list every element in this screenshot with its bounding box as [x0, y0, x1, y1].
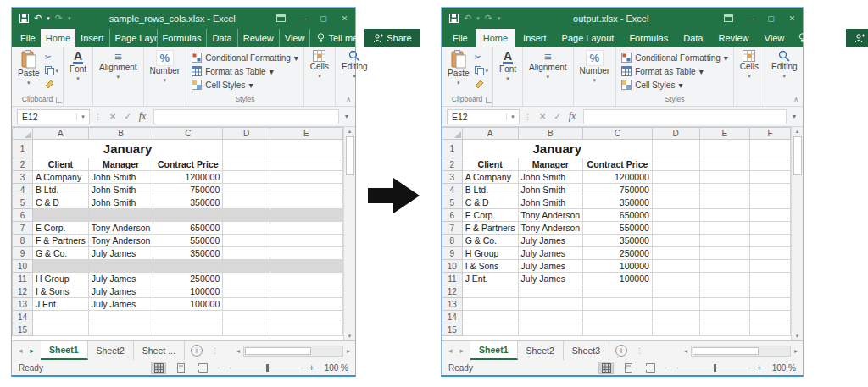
menu-tab-formulas[interactable]: Formulas	[158, 29, 208, 47]
undo-icon[interactable]: ↶	[464, 13, 471, 24]
cell-empty[interactable]	[270, 260, 342, 273]
cell-empty[interactable]	[270, 196, 342, 209]
formula-input[interactable]	[583, 109, 787, 124]
format-painter-button[interactable]	[475, 79, 489, 90]
cell-c5[interactable]: 350000	[153, 196, 223, 209]
cell-empty[interactable]	[583, 311, 653, 323]
cell-b13[interactable]: July James	[88, 298, 153, 311]
zoom-in-icon[interactable]: +	[309, 362, 314, 373]
dialog-launcher-icon[interactable]	[56, 97, 62, 103]
normal-view-icon[interactable]	[598, 362, 614, 374]
horizontal-scrollbar[interactable]: ◂ ▸	[234, 341, 355, 360]
row-header-7[interactable]: 7	[13, 222, 33, 235]
qat-customize-icon[interactable]: ▾	[68, 15, 71, 21]
cell-b4[interactable]: John Smith	[88, 184, 153, 196]
row-header-1[interactable]: 1	[442, 140, 463, 158]
cell-empty[interactable]	[270, 209, 342, 222]
cell-a3[interactable]: A Company	[462, 171, 518, 184]
menu-tab-file[interactable]: File	[15, 29, 41, 47]
cell-empty[interactable]	[749, 209, 790, 222]
cell-empty[interactable]	[652, 273, 699, 285]
row-header-15[interactable]: 15	[13, 323, 33, 336]
name-box[interactable]: E12 ▾	[447, 109, 520, 124]
cell-a7[interactable]: F & Partners	[462, 222, 518, 235]
zoom-out-icon[interactable]: −	[665, 362, 670, 373]
cell-a9[interactable]: G & Co.	[32, 247, 88, 260]
cell-a2[interactable]: Client	[462, 158, 518, 171]
zoom-slider-handle[interactable]	[714, 364, 716, 372]
page-layout-view-icon[interactable]	[620, 362, 636, 374]
row-header-4[interactable]: 4	[13, 184, 33, 196]
cell-merged-title[interactable]: January	[462, 140, 652, 158]
undo-dropdown-icon[interactable]: ▾	[476, 15, 480, 21]
cell-empty[interactable]	[32, 311, 88, 323]
menu-tab-review[interactable]: Review	[710, 29, 756, 47]
cell-empty[interactable]	[518, 285, 582, 298]
cell-empty[interactable]	[749, 184, 790, 196]
cell-b7[interactable]: Tony Anderson	[518, 222, 582, 235]
cell-a4[interactable]: B Ltd.	[462, 184, 518, 196]
row-header-5[interactable]: 5	[442, 196, 463, 209]
cell-empty[interactable]	[270, 285, 342, 298]
cell-c10[interactable]: 100000	[583, 260, 653, 273]
cell-c3[interactable]: 1200000	[153, 171, 223, 184]
name-box-caret-icon[interactable]: ▾	[76, 113, 89, 120]
cell-empty[interactable]	[652, 209, 699, 222]
vertical-scrollbar[interactable]: ▴ ▾	[791, 127, 803, 340]
cell-empty[interactable]	[699, 311, 749, 323]
cell-empty[interactable]	[749, 247, 790, 260]
cells-button[interactable]: Cells ▾	[736, 48, 763, 80]
cell-empty[interactable]	[699, 247, 749, 260]
row-header-9[interactable]: 9	[442, 247, 463, 260]
zoom-out-icon[interactable]: −	[217, 362, 222, 373]
cell-c11[interactable]: 250000	[153, 273, 223, 285]
save-icon[interactable]	[449, 14, 459, 23]
cell-empty[interactable]	[518, 298, 582, 311]
cell-empty[interactable]	[749, 273, 790, 285]
close-button[interactable]: ✕	[334, 14, 355, 23]
cell-empty[interactable]	[699, 209, 749, 222]
menu-tab-file[interactable]: File	[445, 29, 476, 47]
cell-b5[interactable]: John Smith	[518, 196, 582, 209]
menu-tab-home[interactable]: Home	[476, 29, 515, 47]
cell-empty[interactable]	[652, 285, 699, 298]
sheet-tab-sheet[interactable]: Sheet ...	[134, 341, 185, 360]
column-header-b[interactable]: B	[518, 128, 582, 140]
cell-empty[interactable]	[652, 247, 699, 260]
insert-function-icon[interactable]: fx	[569, 110, 576, 123]
cell-empty[interactable]	[652, 311, 699, 323]
page-break-view-icon[interactable]	[643, 362, 658, 374]
cell-empty[interactable]	[749, 298, 790, 311]
cell-empty[interactable]	[652, 140, 699, 158]
formula-input[interactable]	[153, 109, 339, 124]
cell-empty[interactable]	[153, 323, 223, 336]
maximize-button[interactable]: ▢	[760, 14, 782, 23]
cell-b10[interactable]: July James	[518, 260, 582, 273]
prev-sheet-icon[interactable]: ◂	[19, 346, 23, 355]
cell-empty[interactable]	[699, 235, 749, 247]
column-header-e[interactable]: E	[270, 128, 342, 140]
cell-empty[interactable]	[462, 285, 518, 298]
menu-tab-insert[interactable]: Insert	[515, 29, 554, 47]
cell-empty[interactable]	[699, 222, 749, 235]
cell-empty[interactable]	[749, 158, 790, 171]
scroll-right-icon[interactable]: ▸	[792, 347, 800, 355]
zoom-slider[interactable]	[230, 368, 303, 368]
cell-a5[interactable]: C & D	[32, 196, 88, 209]
row-header-8[interactable]: 8	[442, 235, 463, 247]
cell-empty[interactable]	[749, 140, 790, 158]
cells-button[interactable]: Cells ▾	[306, 48, 333, 80]
cell-empty[interactable]	[699, 273, 749, 285]
paste-button[interactable]: Paste ▾	[14, 48, 44, 86]
column-header-d[interactable]: D	[652, 128, 699, 140]
alignment-button[interactable]: ≡ Alignment ▾	[525, 48, 570, 80]
cell-empty[interactable]	[652, 235, 699, 247]
cell-c8[interactable]: 350000	[583, 235, 653, 247]
horizontal-scrollbar[interactable]: ◂ ▸	[682, 341, 803, 360]
redo-icon[interactable]: ↷	[55, 13, 63, 24]
cell-merged-title[interactable]: January	[32, 140, 222, 158]
row-header-2[interactable]: 2	[442, 158, 463, 171]
cell-empty[interactable]	[749, 196, 790, 209]
cell-empty[interactable]	[153, 209, 223, 222]
tell-me-button[interactable]: Tell me	[792, 29, 846, 47]
